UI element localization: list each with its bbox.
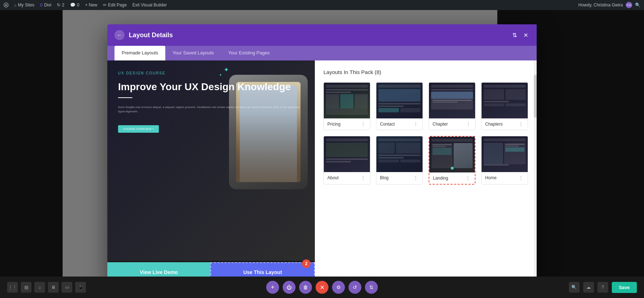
updates-menu[interactable]: ↻ 2: [57, 3, 64, 8]
tab-existing-pages[interactable]: Your Existing Pages: [221, 46, 277, 61]
layout-card-contact[interactable]: Contact ⋮: [376, 82, 423, 130]
wordpress-logo[interactable]: W: [4, 3, 9, 8]
layout-details-modal: ← Layout Details ⇅ ✕ Premade Layouts You…: [107, 24, 537, 282]
modal-header: ← Layout Details ⇅ ✕: [107, 24, 537, 46]
layout-info-chapters: Chapters ⋮: [482, 118, 528, 130]
layout-thumb-home: [482, 136, 528, 172]
save-button[interactable]: Save: [612, 282, 637, 293]
layout-name-home: Home: [485, 175, 497, 180]
help-button[interactable]: ?: [597, 282, 608, 293]
close-modal-button[interactable]: ✕: [522, 30, 530, 40]
layout-menu-landing[interactable]: ⋮: [465, 175, 471, 181]
use-layout-badge: 2: [302, 259, 311, 268]
layout-info-blog: Blog ⋮: [376, 172, 423, 184]
add-content-button[interactable]: +: [266, 281, 279, 294]
preview-tag: UX DESIGN COURSE: [118, 71, 304, 75]
back-button[interactable]: ←: [114, 30, 125, 40]
layouts-grid: Pricing ⋮: [323, 82, 528, 185]
modal-overlay: ← Layout Details ⇅ ✕ Premade Layouts You…: [0, 10, 644, 277]
preview-text-content: UX DESIGN COURSE Improve Your UX Design …: [107, 60, 315, 143]
layout-thumb-about: [324, 136, 370, 172]
mobile-view-button[interactable]: 📱: [75, 282, 86, 293]
layout-menu-contact[interactable]: ⋮: [413, 121, 419, 127]
layout-menu-home[interactable]: ⋮: [518, 175, 524, 181]
layout-card-landing[interactable]: Landing ⋮ 1: [429, 136, 475, 185]
desktop-view-button[interactable]: 🖥: [48, 282, 59, 293]
modal-content: ✦ ✦ UX DESIGN: [107, 60, 537, 282]
edit-page-link[interactable]: ✏ Edit Page: [103, 3, 127, 8]
comments-menu[interactable]: 💬 0: [70, 3, 79, 8]
layout-thumb-contact: [376, 83, 423, 118]
exit-builder-link[interactable]: Exit Visual Builder: [132, 3, 167, 8]
layout-thumb-landing: [429, 137, 475, 172]
layout-card-chapter[interactable]: Chapter ⋮: [429, 82, 475, 130]
course-overview-btn[interactable]: COURSE OVERVIEW +: [118, 125, 159, 133]
search-icon-adminbar[interactable]: 🔍: [635, 3, 640, 8]
layout-card-home[interactable]: Home ⋮: [481, 136, 528, 185]
scrollbar-thumb[interactable]: [534, 75, 537, 118]
tablet-view-button[interactable]: ▭: [62, 282, 72, 293]
layout-info-contact: Contact ⋮: [376, 118, 423, 130]
layout-menu-chapters[interactable]: ⋮: [518, 121, 524, 127]
tab-premade-layouts[interactable]: Premade Layouts: [114, 46, 165, 61]
my-sites-menu[interactable]: ⌂ My Sites: [14, 3, 34, 8]
layouts-panel: Layouts In This Pack (8): [315, 60, 537, 282]
layout-card-chapters[interactable]: Chapters ⋮: [481, 82, 528, 130]
layout-menu-pricing[interactable]: ⋮: [360, 121, 366, 127]
user-avatar[interactable]: CG: [626, 2, 632, 8]
layouts-pack-title: Layouts In This Pack (8): [323, 69, 528, 75]
delete-button[interactable]: 🗑: [299, 281, 312, 294]
preview-headline: Improve Your UX Design Knowledge: [118, 81, 304, 93]
history-button[interactable]: ↺: [348, 281, 361, 294]
layout-card-blog[interactable]: Blog ⋮: [376, 136, 423, 185]
search-button[interactable]: ⌕: [34, 282, 45, 293]
layout-card-about[interactable]: About ⋮: [323, 136, 370, 185]
layout-info-home: Home ⋮: [482, 172, 528, 184]
scrollbar-track[interactable]: [534, 60, 537, 282]
layout-thumb-blog: [376, 136, 423, 172]
layout-thumb-chapter: [429, 83, 475, 118]
search-right-button[interactable]: 🔍: [569, 282, 580, 293]
power-button[interactable]: ⏻: [283, 281, 296, 294]
preview-panel: ✦ ✦ UX DESIGN: [107, 60, 315, 282]
user-info: Howdy, Christina Gwira CG 🔍: [579, 2, 640, 8]
layout-name-pricing: Pricing: [327, 122, 341, 127]
preview-image: ✦ ✦ UX DESIGN: [107, 60, 315, 261]
cloud-button[interactable]: ☁: [583, 282, 594, 293]
layout-menu-chapter[interactable]: ⋮: [465, 121, 472, 127]
layout-menu-about[interactable]: ⋮: [360, 175, 366, 181]
sparkle-icon: ✦: [224, 66, 229, 74]
layout-name-chapters: Chapters: [485, 122, 503, 127]
layout-info-pricing: Pricing ⋮: [324, 118, 370, 130]
layout-name-chapter: Chapter: [433, 122, 448, 127]
new-content-menu[interactable]: + New: [85, 3, 97, 8]
modal-header-actions: ⇅ ✕: [511, 30, 530, 40]
layout-info-chapter: Chapter ⋮: [429, 118, 475, 130]
grid-view-button[interactable]: ⋮⋮: [7, 282, 18, 293]
layout-thumb-pricing: [324, 83, 370, 118]
svg-text:W: W: [5, 4, 8, 6]
modal-title: Layout Details: [129, 31, 507, 39]
layout-name-contact: Contact: [380, 122, 395, 127]
layout-info-about: About ⋮: [324, 172, 370, 184]
preview-divider: [118, 97, 132, 98]
toolbar-center: + ⏻ 🗑 ✕ ⚙ ↺ ⇅: [266, 281, 378, 294]
bottom-toolbar: ⋮⋮ ▤ ⌕ 🖥 ▭ 📱 + ⏻ 🗑 ✕ ⚙ ↺ ⇅ 🔍 ☁ ? Save: [0, 277, 644, 298]
settings-button[interactable]: ⚙: [332, 281, 345, 294]
admin-bar: W ⌂ My Sites D Divi ↻ 2 💬 0 + New ✏ Edit…: [0, 0, 644, 10]
layout-name-about: About: [327, 175, 338, 180]
wireframe-button[interactable]: ▤: [21, 282, 31, 293]
tab-saved-layouts[interactable]: Your Saved Layouts: [165, 46, 221, 61]
layout-menu-blog[interactable]: ⋮: [413, 175, 419, 181]
divi-menu[interactable]: D Divi: [40, 3, 51, 8]
portability-button[interactable]: ⇅: [365, 281, 378, 294]
layout-thumb-chapters: [482, 83, 528, 118]
layout-card-pricing[interactable]: Pricing ⋮: [323, 82, 370, 130]
toolbar-left: ⋮⋮ ▤ ⌕ 🖥 ▭ 📱: [7, 282, 86, 293]
toolbar-right: 🔍 ☁ ? Save: [569, 282, 637, 293]
preview-body: Nunc fringilla erat ut lectus aliquet, a…: [118, 105, 304, 114]
layout-name-landing: Landing: [433, 176, 448, 181]
sort-button[interactable]: ⇅: [511, 30, 518, 40]
sparkle-small-icon: ✦: [219, 73, 222, 77]
cancel-button[interactable]: ✕: [316, 281, 328, 294]
